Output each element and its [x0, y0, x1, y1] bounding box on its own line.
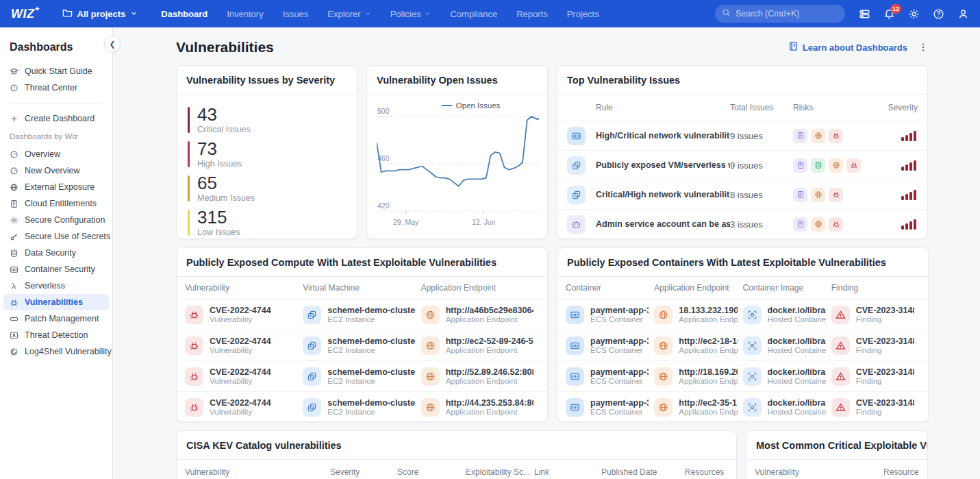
virtual-machine-cell-subtitle: EC2 Instance: [327, 377, 415, 385]
total-issues: 8 issues: [730, 190, 793, 200]
sidebar-item-quick-start-guide[interactable]: Quick Start Guide: [0, 63, 112, 79]
finding-cell-title: CVE-2023-31484: [856, 306, 914, 315]
chevron-down-icon: [130, 9, 138, 19]
finding-cell-text: CVE-2023-31484Finding: [856, 398, 914, 416]
nav-link-policies[interactable]: Policies: [390, 9, 431, 19]
page-menu-kebab-icon[interactable]: [918, 42, 928, 52]
top-issue-row[interactable]: High/Critical network vulnerability with…: [557, 121, 927, 150]
gauge-icon: [10, 167, 18, 175]
search-input[interactable]: [736, 9, 831, 19]
image-cell-subtitle: Hosted Container I...: [768, 377, 826, 385]
vulnerability-cell: CVE-2022-4744Vulnerability: [185, 306, 303, 324]
sidebar-item-threat-center[interactable]: Threat Center: [0, 79, 112, 96]
graduation-cap-icon: [10, 67, 18, 76]
queue-icon[interactable]: [859, 8, 870, 20]
image-cell-title: docker.io/library...: [768, 398, 826, 408]
nav-link-dashboard[interactable]: Dashboard: [161, 9, 208, 19]
sidebar-item-vulnerabilities[interactable]: Vulnerabilities: [3, 294, 109, 310]
endpoint-cell: http://18.169.20...Application Endpoi...: [654, 367, 742, 386]
compute-row[interactable]: CVE-2022-4744Vulnerabilityschemel-demo-c…: [177, 360, 547, 391]
create-dashboard-button[interactable]: Create Dashboard: [0, 110, 112, 127]
container-icon: [567, 127, 586, 145]
global-search[interactable]: [715, 5, 845, 23]
container-icon: [566, 367, 584, 386]
severity-bars: [901, 131, 918, 141]
nav-link-explorer[interactable]: Explorer: [327, 9, 370, 19]
sidebar-item-data-security[interactable]: Data Security: [0, 245, 112, 261]
learn-about-dashboards-link[interactable]: Learn about Dashboards: [788, 41, 907, 53]
nav-link-compliance[interactable]: Compliance: [450, 9, 497, 19]
sidebar-collapse-button[interactable]: ❮: [104, 36, 121, 52]
finding-cell-text: CVE-2023-31484Finding: [856, 306, 914, 323]
sidebar-item-secure-use-of-secrets[interactable]: Secure Use of Secrets: [0, 228, 112, 245]
top-issue-row[interactable]: Admin service account can be assumed by …: [557, 209, 927, 238]
sidebar-item-container-security[interactable]: Container Security: [0, 261, 112, 278]
container-cell-title: payment-app-3: [590, 398, 649, 408]
sidebar-item-cloud-entitlements[interactable]: Cloud Entitlements: [0, 195, 112, 212]
compute-row[interactable]: CVE-2022-4744Vulnerabilityschemel-demo-c…: [177, 391, 547, 422]
image-cell-text: docker.io/library...Hosted Container I..…: [768, 398, 826, 416]
finding-cell-text: CVE-2023-31484Finding: [856, 367, 914, 385]
settings-gear-icon[interactable]: [908, 8, 920, 20]
column-header: Vulnerability: [185, 467, 330, 477]
image-cell: docker.io/library...Hosted Container I..…: [743, 367, 831, 386]
container-row[interactable]: payment-app-3ECS Containerhttp://ec2-18-…: [557, 330, 928, 360]
line-chart: 42046050029. May12. JunOpen Issues: [377, 99, 539, 236]
open-issues-chart: 42046050029. May12. JunOpen Issues: [367, 95, 547, 238]
finding-cell-subtitle: Finding: [856, 377, 914, 385]
wiz-logo[interactable]: WIZ✦: [11, 7, 35, 21]
vulnerability-cell-subtitle: Vulnerability: [210, 377, 271, 385]
notifications-bell-icon[interactable]: 12: [883, 8, 895, 20]
rule-name: Critical/High network vulnerability with…: [596, 190, 730, 199]
bug-icon: [10, 298, 18, 307]
sidebar-item-patch-management[interactable]: Patch Management: [0, 310, 112, 327]
nav-link-reports[interactable]: Reports: [516, 9, 548, 19]
container-row[interactable]: payment-app-3ECS Container18.133.232.190…: [557, 299, 928, 330]
nav-link-projects[interactable]: Projects: [567, 9, 599, 19]
help-icon[interactable]: [933, 8, 944, 20]
card-title: CISA KEV Catalog vulnerabilities: [177, 431, 736, 460]
top-issue-row[interactable]: Publicly exposed VM/serverless with a hi…: [557, 150, 927, 180]
compute-row[interactable]: CVE-2022-4744Vulnerabilityschemel-demo-c…: [177, 299, 547, 330]
open-issues-card: Vulnerability Open Issues 42046050029. M…: [366, 65, 548, 239]
container-row[interactable]: payment-app-3ECS Containerhttp://ec2-35-…: [557, 391, 928, 422]
table-header: Vulnerability Virtual Machine Applicatio…: [177, 277, 547, 299]
top-issue-row[interactable]: Critical/High network vulnerability with…: [557, 180, 927, 209]
image-scan-icon: [743, 306, 762, 324]
nav-link-label: Policies: [390, 9, 421, 19]
globe-icon: [10, 183, 18, 192]
column-header: Link: [534, 467, 601, 477]
sidebar-item-log4shell-vulnerability[interactable]: Log4Shell Vulnerability: [0, 343, 112, 360]
nav-link-issues[interactable]: Issues: [283, 9, 309, 19]
top-navbar: WIZ✦ All projects DashboardInventoryIssu…: [0, 0, 980, 27]
endpoint-cell-title: http://ec2-18-16...: [679, 336, 737, 346]
user-avatar-icon[interactable]: [957, 8, 969, 20]
endpoint-cell-subtitle: Application Endpoi...: [679, 315, 737, 323]
nav-link-inventory[interactable]: Inventory: [227, 9, 263, 19]
severity-bars: [901, 160, 918, 171]
finding-cell: CVE-2023-31484Finding: [831, 306, 920, 324]
vm-copy-icon: [303, 306, 321, 324]
sidebar-item-secure-configuration[interactable]: Secure Configuration: [0, 212, 112, 228]
sidebar-item-external-exposure[interactable]: External Exposure: [0, 179, 112, 195]
vulnerability-cell-title: CVE-2022-4744: [210, 398, 271, 408]
all-projects-selector[interactable]: All projects: [62, 8, 138, 20]
sidebar-item-overview[interactable]: Overview: [0, 146, 112, 162]
sidebar-item-threat-detection[interactable]: Threat Detection: [0, 327, 112, 343]
nav-link-label: Explorer: [327, 9, 360, 19]
endpoint-cell: http://52.89.246.52:8080Application Endp…: [421, 367, 539, 386]
sidebar-item-label: Cloud Entitlements: [25, 199, 97, 208]
endpoint-cell-subtitle: Application Endpoint: [446, 408, 533, 416]
entitlements-icon: [793, 158, 807, 173]
compute-row[interactable]: CVE-2022-4744Vulnerabilityschemel-demo-c…: [177, 330, 547, 360]
dashboards-sidebar: ❮ Dashboards Quick Start GuideThreat Cen…: [0, 27, 113, 479]
sidebar-item-new-overview[interactable]: New Overview: [0, 162, 112, 179]
container-row[interactable]: payment-app-3ECS Containerhttp://18.169.…: [557, 360, 928, 391]
container-cell-text: payment-app-3ECS Container: [590, 336, 649, 354]
total-issues: 3 issues: [730, 219, 793, 230]
top-issues-card: Top Vulnerability Issues Rule Total Issu…: [557, 65, 928, 239]
sidebar-item-serverless[interactable]: Serverless: [0, 278, 112, 294]
table-header: VulnerabilitySeverityScoreExploitability…: [177, 460, 736, 479]
vulnerability-cell: CVE-2022-4744Vulnerability: [185, 336, 303, 355]
gear-icon: [10, 216, 18, 225]
